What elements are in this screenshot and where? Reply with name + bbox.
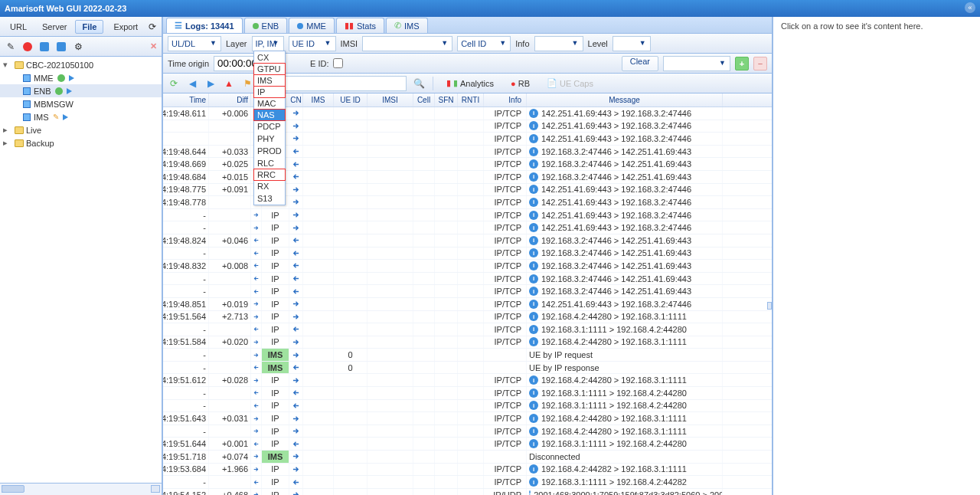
layer-option[interactable]: PHY <box>254 133 285 145</box>
table-row[interactable]: 14:19:48.832+0.008IPIP/TCPi192.168.3.2:4… <box>163 260 772 273</box>
stop-icon[interactable] <box>21 41 34 53</box>
info-combo[interactable]: ▼ <box>534 36 583 51</box>
rb-button[interactable]: ●RB <box>505 76 535 91</box>
layer-option[interactable]: PROD <box>254 145 285 157</box>
tree-node[interactable]: IMS✎ <box>0 110 162 123</box>
column-header[interactable]: UE ID <box>334 93 368 107</box>
close-icon[interactable]: ✕ <box>150 41 157 51</box>
column-header[interactable]: Info <box>484 93 527 107</box>
column-header[interactable]: Message <box>527 93 723 107</box>
table-row[interactable]: -IMS0UE by IP response <box>163 362 772 375</box>
expand-icon[interactable]: ▾ <box>3 60 12 70</box>
tab-stats[interactable]: ▮▮Stats <box>336 18 384 33</box>
layer-option[interactable]: RRC <box>253 169 286 181</box>
wand-icon[interactable]: ✎ <box>5 41 17 53</box>
tab-enb[interactable]: ENB <box>244 18 288 33</box>
play-icon[interactable] <box>67 88 72 94</box>
play-icon[interactable] <box>69 75 74 81</box>
layer-option[interactable]: IMS <box>253 74 286 87</box>
layer-option[interactable]: MAC <box>254 97 285 110</box>
table-row[interactable]: 14:19:51.644+0.001IPIP/TCPi192.168.3.1:1… <box>163 438 772 451</box>
column-header[interactable]: Cell <box>413 93 435 107</box>
column-header[interactable]: SFN <box>435 93 458 107</box>
table-row[interactable]: -IPIP/TCPi192.168.3.1:1111 > 192.168.4.2… <box>163 476 772 489</box>
eid-checkbox[interactable] <box>333 58 343 68</box>
block2-icon[interactable] <box>55 41 67 53</box>
play-icon[interactable] <box>63 114 68 120</box>
layer-dropdown[interactable]: CXGTPUIMSIPMACNASPDCPPHYPRODRLCRRCRXS13 <box>253 51 286 205</box>
refresh-icon[interactable]: ⟳ <box>146 21 158 33</box>
imsi-combo[interactable]: ▼ <box>362 36 452 51</box>
url-button[interactable]: URL <box>3 20 34 34</box>
warn-icon[interactable]: ▲ <box>223 77 235 90</box>
table-row[interactable]: -IPIP/TCPi192.168.3.2:47446 > 142.251.41… <box>163 248 772 261</box>
layer-option[interactable]: IP <box>253 86 286 98</box>
column-header[interactable]: CN <box>289 93 303 107</box>
column-header[interactable]: IMSI <box>368 93 413 107</box>
layer-option[interactable]: RLC <box>254 157 285 169</box>
block1-icon[interactable] <box>38 41 51 53</box>
flag-icon[interactable]: ⚑ <box>241 77 253 90</box>
column-header[interactable]: Diff <box>209 93 251 107</box>
layer-combo[interactable]: IP, IM▼ <box>252 36 284 51</box>
table-row[interactable]: -IPIP/TCPi192.168.3.1:1111 > 192.168.4.2… <box>163 400 772 413</box>
tree-root[interactable]: ▾ CBC-2021050100 <box>0 58 162 71</box>
table-row[interactable]: 14:19:51.612+0.028IPIP/TCPi192.168.4.2:4… <box>163 374 772 387</box>
tree-node[interactable]: ▸Backup <box>0 136 162 149</box>
table-row[interactable]: 14:19:53.684+1.966IPIP/TCPi192.168.4.2:4… <box>163 464 772 477</box>
table-row[interactable]: -IPIP/TCPi192.168.3.1:1111 > 192.168.4.2… <box>163 387 772 400</box>
clear-combo[interactable]: ▼ <box>663 56 730 71</box>
table-row[interactable]: 14:19:51.718+0.074IMSDisconnected <box>163 451 772 464</box>
nav-back-icon[interactable]: ◀ <box>186 77 198 90</box>
table-row[interactable]: 14:19:48.851+0.019IPIP/TCPi142.251.41.69… <box>163 298 772 311</box>
table-row[interactable]: -IPIP/TCPi142.251.41.69:443 > 192.168.3.… <box>163 209 772 222</box>
expand-icon[interactable]: ▸ <box>3 125 12 135</box>
clear-button[interactable]: Clear <box>622 56 658 71</box>
table-row[interactable]: -IPIP/TCPi192.168.4.2:44280 > 192.168.3.… <box>163 425 772 438</box>
table-row[interactable]: 14:19:51.584+0.020IPIP/TCPi192.168.4.2:4… <box>163 336 772 349</box>
expand-icon[interactable]: ▸ <box>3 138 12 148</box>
v-scrollbar[interactable] <box>767 302 772 310</box>
layer-option[interactable]: RX <box>254 180 285 192</box>
column-header[interactable]: RNTI <box>458 93 484 107</box>
table-row[interactable]: -IPIP/TCPi192.168.3.2:47446 > 142.251.41… <box>163 285 772 298</box>
tab-ims[interactable]: ✆IMS <box>386 18 428 33</box>
table-row[interactable]: 14:19:51.643+0.031IPIP/TCPi192.168.4.2:4… <box>163 412 772 425</box>
layer-option[interactable]: S13 <box>254 192 285 205</box>
tree-node[interactable]: MBMSGW <box>0 97 162 110</box>
tree-node[interactable]: ▸Live <box>0 123 162 136</box>
table-row[interactable]: 14:19:51.564+2.713IPIP/TCPi192.168.4.2:4… <box>163 311 772 324</box>
table-row[interactable]: -IPIP/TCPi192.168.3.2:47446 > 142.251.41… <box>163 273 772 286</box>
layer-option[interactable]: CX <box>254 51 285 64</box>
column-header[interactable]: Time <box>163 93 209 107</box>
column-header[interactable]: IMS <box>303 93 334 107</box>
tab-logs-13441[interactable]: ☰Logs: 13441 <box>166 18 243 33</box>
table-row[interactable]: 14:19:54.152+0.468IPIP/UDPi2001:468:3000… <box>163 489 772 495</box>
tab-mme[interactable]: MME <box>289 18 335 33</box>
tool-icon[interactable]: ⚙ <box>72 41 84 53</box>
reload-icon[interactable]: ⟳ <box>168 77 180 90</box>
layer-option[interactable]: NAS <box>253 109 286 121</box>
cellid-combo[interactable]: Cell ID▼ <box>457 36 511 51</box>
server-button[interactable]: Server <box>35 20 74 34</box>
tree-node[interactable]: MME <box>0 71 162 84</box>
h-scrollbar[interactable] <box>0 483 162 495</box>
analytics-button[interactable]: ▮▮Analytics <box>441 76 499 91</box>
layer-option[interactable]: PDCP <box>254 120 285 133</box>
table-row[interactable]: -IPIP/TCPi192.168.3.1:1111 > 192.168.4.2… <box>163 323 772 336</box>
level-combo[interactable]: ▼ <box>612 36 651 51</box>
tree-node[interactable]: ENB <box>0 84 162 97</box>
collapse-icon[interactable]: « <box>965 2 975 13</box>
layer-option[interactable]: GTPU <box>253 63 286 75</box>
uldl-combo[interactable]: UL/DL▼ <box>168 36 221 51</box>
export-button[interactable]: Export <box>106 20 145 34</box>
ueid-combo[interactable]: UE ID▼ <box>289 36 336 51</box>
add-filter-button[interactable]: + <box>735 57 749 70</box>
nav-fwd-icon[interactable]: ▶ <box>204 77 217 90</box>
remove-filter-button[interactable]: − <box>753 57 767 70</box>
table-row[interactable]: -IMS0UE by IP request <box>163 349 772 362</box>
table-row[interactable]: 14:19:48.824+0.046IPIP/TCPi192.168.3.2:4… <box>163 234 772 248</box>
table-row[interactable]: -IPIP/TCPi142.251.41.69:443 > 192.168.3.… <box>163 221 772 234</box>
file-button[interactable]: File <box>75 20 103 34</box>
binoculars-icon[interactable]: 🔍 <box>413 77 425 90</box>
